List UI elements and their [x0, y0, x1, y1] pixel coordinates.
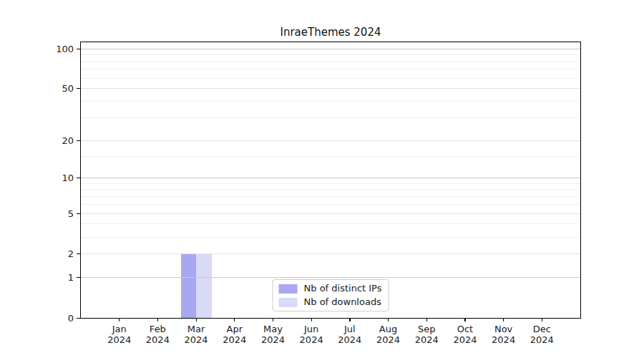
- gridline-y-50: [81, 88, 580, 89]
- y-tick-10: [77, 178, 80, 178]
- x-tick-label-Dec: Dec 2024: [519, 324, 565, 345]
- chart-figure: InraeThemes 2024 0125102050100 Jan 2024F…: [0, 0, 644, 358]
- gridline-y-5: [81, 213, 580, 214]
- x-tick-Aug: [388, 318, 389, 321]
- gridline-y-1: [81, 277, 580, 278]
- y-tick-label-100: 100: [38, 44, 74, 54]
- x-tick-Feb: [157, 318, 158, 321]
- gridline-y-4: [81, 223, 580, 224]
- x-tick-Apr: [234, 318, 235, 321]
- gridline-y-40: [81, 101, 580, 102]
- x-tick-Oct: [464, 318, 465, 321]
- gridlines-layer: [81, 42, 580, 318]
- gridline-y-6: [81, 204, 580, 205]
- legend: Nb of distinct IPsNb of downloads: [273, 279, 389, 311]
- gridline-y-90: [81, 54, 580, 55]
- gridline-y-9: [81, 183, 580, 184]
- x-tick-Jul: [349, 318, 350, 321]
- legend-label-0: Nb of distinct IPs: [304, 283, 382, 294]
- legend-item-0: Nb of distinct IPs: [279, 283, 382, 294]
- x-tick-May: [273, 318, 273, 321]
- gridline-y-15: [81, 156, 580, 157]
- x-tick-Nov: [503, 318, 504, 321]
- y-tick-50: [77, 88, 80, 89]
- x-tick-Jun: [311, 318, 312, 321]
- y-tick-1: [77, 277, 80, 278]
- gridline-y-30: [81, 117, 580, 118]
- y-tick-20: [77, 140, 80, 141]
- legend-swatch-0: [279, 284, 298, 294]
- legend-item-1: Nb of downloads: [279, 296, 382, 308]
- legend-swatch-1: [279, 298, 298, 307]
- gridline-y-7: [81, 196, 580, 197]
- y-tick-0: [77, 318, 80, 319]
- y-tick-label-0: 0: [38, 313, 74, 324]
- y-tick-5: [77, 213, 80, 214]
- y-tick-label-20: 20: [38, 135, 74, 146]
- y-tick-100: [77, 49, 80, 49]
- y-tick-label-1: 1: [38, 272, 74, 283]
- chart-title: InraeThemes 2024: [81, 26, 580, 39]
- gridline-y-20: [81, 140, 580, 141]
- legend-label-1: Nb of downloads: [304, 296, 381, 308]
- gridline-y-60: [81, 78, 580, 79]
- y-tick-label-50: 50: [38, 83, 74, 94]
- plot-area: [81, 42, 580, 318]
- gridline-y-70: [81, 69, 580, 69]
- gridline-y-10: [81, 178, 580, 178]
- y-tick-label-5: 5: [38, 208, 74, 219]
- x-tick-Mar: [196, 318, 197, 321]
- gridline-y-100: [81, 49, 580, 49]
- gridline-y-80: [81, 62, 580, 62]
- y-tick-2: [77, 253, 80, 254]
- x-tick-Dec: [542, 318, 542, 321]
- y-tick-label-2: 2: [38, 248, 74, 259]
- x-tick-Sep: [426, 318, 427, 321]
- gridline-y-8: [81, 190, 580, 190]
- gridline-y-2: [81, 253, 580, 254]
- y-tick-label-10: 10: [38, 173, 74, 183]
- x-tick-Jan: [119, 318, 119, 321]
- gridline-y-3: [81, 237, 580, 238]
